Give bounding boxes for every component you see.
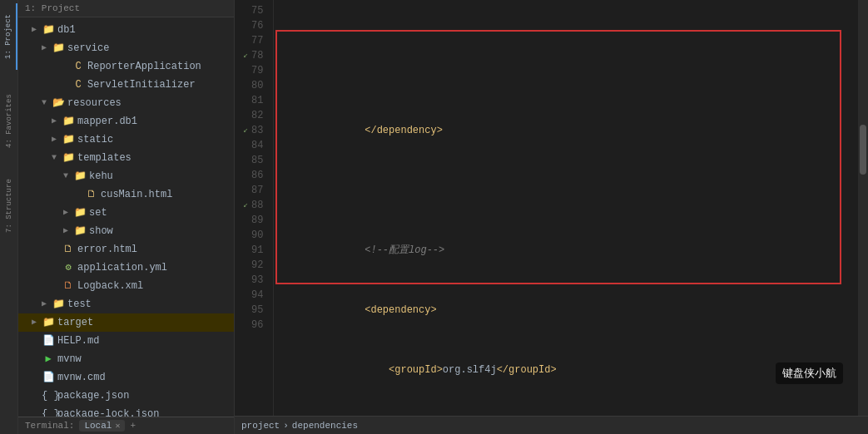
line-num-95: 95 <box>238 303 266 318</box>
line-num-81: 81 <box>238 93 266 108</box>
file-tree[interactable]: ▶ 📁 db1 ▶ 📁 service ▶ C ReporterApplicat… <box>18 17 234 417</box>
line-num-92: 92 <box>238 258 266 273</box>
main-layout: 1: Project 4: Favorites 7: Structure 1: … <box>0 0 868 434</box>
label-set: set <box>89 205 107 220</box>
vtab-structure[interactable]: 7: Structure <box>1 173 17 239</box>
folder-icon-mapper: 📁 <box>62 114 75 129</box>
label-templates: templates <box>77 150 131 165</box>
java-icon-servlet: C <box>72 77 85 92</box>
sidebar-header: 1: Project <box>18 0 234 17</box>
tree-item-db1[interactable]: ▶ 📁 db1 <box>18 21 234 39</box>
tree-item-reporterapp[interactable]: ▶ C ReporterApplication <box>18 57 234 76</box>
arrow-test: ▶ <box>42 297 52 312</box>
line-num-83: ↙ 83 <box>238 123 266 138</box>
tree-item-cusmain[interactable]: ▶ 🗋 cusMain.html <box>18 185 234 204</box>
tree-item-packagejson[interactable]: ▶ { } package.json <box>18 387 234 405</box>
terminal-bar: Terminal: Local ✕ + <box>18 417 234 434</box>
watermark: 键盘侠小航 <box>776 362 843 384</box>
tree-item-mapper[interactable]: ▶ 📁 mapper.db1 <box>18 112 234 131</box>
scrollbar-right[interactable] <box>858 0 868 416</box>
label-target: target <box>57 315 93 330</box>
tree-item-errorhtml[interactable]: ▶ 🗋 error.html <box>18 240 234 259</box>
json-icon-package: { } <box>42 388 55 403</box>
label-helpmd: HELP.md <box>57 333 99 348</box>
code-line-78: <dependency> <box>280 288 851 303</box>
arrow-db1: ▶ <box>32 22 42 37</box>
arrow-kehu: ▼ <box>63 169 73 184</box>
label-packagelockjson: package-lock.json <box>57 407 159 417</box>
tree-item-resources[interactable]: ▼ 📂 resources <box>18 94 234 112</box>
line-num-90: 90 <box>238 228 266 243</box>
tree-item-set[interactable]: ▶ 📁 set <box>18 204 234 222</box>
terminal-close-icon[interactable]: ✕ <box>115 421 120 431</box>
terminal-label: Terminal: <box>25 421 74 431</box>
folder-icon-kehu: 📁 <box>73 169 87 184</box>
line-num-77: 77 <box>238 33 266 48</box>
code-line-75: </dependency> <box>280 108 851 123</box>
label-test: test <box>67 297 92 312</box>
gutter-icon-83: ↙ <box>238 123 248 138</box>
line-num-79: 79 <box>238 63 266 78</box>
folder-icon-resources: 📂 <box>52 96 65 111</box>
code-line-80: <artifactId>slf4j-api</artifactId> <box>280 407 851 416</box>
label-logback: Logback.xml <box>77 279 143 293</box>
md-icon-help: 📄 <box>42 333 55 348</box>
label-static: static <box>77 132 113 147</box>
breadcrumb: project › dependencies <box>241 421 358 431</box>
folder-icon-target: 📁 <box>42 315 55 330</box>
tree-item-kehu[interactable]: ▼ 📁 kehu <box>18 167 234 185</box>
line-num-91: 91 <box>238 243 266 258</box>
tree-item-appyml[interactable]: ▶ ⚙ application.yml <box>18 259 234 277</box>
tree-item-templates[interactable]: ▼ 📁 templates <box>18 149 234 167</box>
tree-item-logback[interactable]: ▶ 🗋 Logback.xml <box>18 277 234 295</box>
json-icon-packagelock: { } <box>42 407 55 417</box>
folder-icon-service: 📁 <box>52 41 65 56</box>
label-cusmain: cusMain.html <box>101 187 172 202</box>
label-servlet: ServletInitializer <box>87 77 196 92</box>
label-reporterapp: ReporterApplication <box>87 59 201 74</box>
tree-item-static[interactable]: ▶ 📁 static <box>18 131 234 149</box>
scrollbar-thumb <box>860 125 866 175</box>
arrow-show: ▶ <box>63 224 73 239</box>
label-service: service <box>67 41 109 56</box>
vtab-project[interactable]: 1: Project <box>1 3 17 70</box>
gutter-icon-88: ↙ <box>238 198 248 213</box>
arrow-target: ▶ <box>32 315 42 330</box>
label-db1: db1 <box>57 22 76 37</box>
line-num-82: 82 <box>238 108 266 123</box>
line-num-94: 94 <box>238 288 266 303</box>
line-num-88: ↙ 88 <box>238 198 266 213</box>
terminal-plus-button[interactable]: + <box>130 421 136 431</box>
sidebar-title: 1: Project <box>25 3 80 13</box>
tree-item-show[interactable]: ▶ 📁 show <box>18 222 234 240</box>
arrow-service: ▶ <box>42 41 52 56</box>
tree-item-packagelockjson[interactable]: ▶ { } package-lock.json <box>18 405 234 417</box>
arrow-templates: ▼ <box>52 150 62 165</box>
tree-item-helpmd[interactable]: ▶ 📄 HELP.md <box>18 332 234 350</box>
breadcrumb-sep1: › <box>283 421 289 431</box>
mvnw-icon: ▶ <box>42 352 55 367</box>
tree-item-servlet[interactable]: ▶ C ServletInitializer <box>18 76 234 94</box>
label-kehu: kehu <box>89 169 113 184</box>
tree-item-service[interactable]: ▶ 📁 service <box>18 39 234 57</box>
breadcrumb-dependencies: dependencies <box>292 421 358 431</box>
vtab-favorites[interactable]: 4: Favorites <box>1 88 17 155</box>
label-packagejson: package.json <box>57 388 129 403</box>
arrow-resources: ▼ <box>42 96 52 111</box>
label-mapper: mapper.db1 <box>77 114 137 129</box>
html-icon-error: 🗋 <box>62 242 75 257</box>
code-editor: 75 76 77 ↙ 78 79 <box>235 0 868 416</box>
line-num-87: 87 <box>238 183 266 198</box>
tree-item-mvnw[interactable]: ▶ ▶ mvnw <box>18 350 234 368</box>
tree-item-test[interactable]: ▶ 📁 test <box>18 295 234 313</box>
code-line-79: <groupId>org.slf4j</groupId> <box>280 348 851 362</box>
folder-icon-test: 📁 <box>52 297 65 312</box>
tree-item-mvnwcmd[interactable]: ▶ 📄 mvnw.cmd <box>18 368 234 387</box>
arrow-static: ▶ <box>52 132 62 147</box>
terminal-tab-local[interactable]: Local ✕ <box>79 420 125 432</box>
folder-icon-templates: 📁 <box>62 150 75 165</box>
label-appyml: application.yml <box>77 260 167 275</box>
code-content[interactable]: </dependency> <!--配置log--> <dependency> … <box>274 0 858 416</box>
line-num-78: ↙ 78 <box>238 48 266 63</box>
tree-item-target[interactable]: ▶ 📁 target <box>18 313 234 332</box>
